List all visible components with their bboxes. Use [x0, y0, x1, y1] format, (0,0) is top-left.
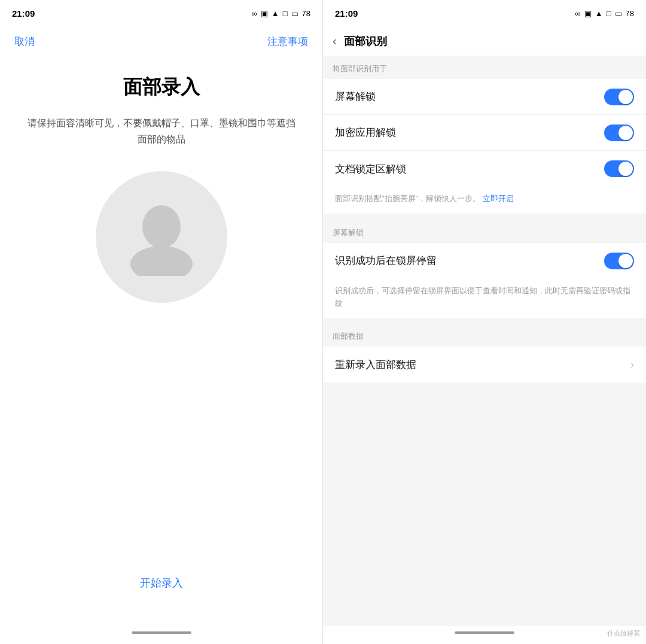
left-content: 面部录入 请保持面容清晰可见，不要佩戴帽子、口罩、墨镜和围巾等遮挡面部的物品 开… — [0, 56, 322, 626]
screen-unlock-toggle-knob — [618, 90, 633, 104]
cancel-button[interactable]: 取消 — [14, 35, 35, 48]
svg-point-1 — [130, 246, 193, 276]
right-page-title: 面部识别 — [344, 34, 387, 48]
section-header-screen-unlock: 屏幕解锁 — [323, 220, 646, 243]
right-status-icons: ∞ ▣ ▲ □ ▭ 78 — [575, 9, 634, 18]
re-enroll-label: 重新录入面部数据 — [335, 358, 416, 372]
hint-text-content: 面部识别搭配"抬腕亮屏"，解锁快人一步。 — [335, 194, 480, 203]
doc-unlock-toggle-knob — [618, 162, 633, 176]
stay-on-lock-toggle-knob — [618, 254, 633, 268]
settings-item-screen-unlock: 屏幕解锁 — [323, 79, 646, 115]
right-status-bar: 21:09 ∞ ▣ ▲ □ ▭ 78 — [323, 0, 646, 26]
settings-item-re-enroll[interactable]: 重新录入面部数据 › — [323, 347, 646, 382]
sim-icon: □ — [283, 9, 288, 18]
settings-item-stay-on-lock: 识别成功后在锁屏停留 — [323, 243, 646, 279]
settings-group-use-for: 屏幕解锁 加密应用解锁 文档锁定区解锁 — [323, 79, 646, 187]
app-unlock-toggle-knob — [618, 126, 633, 140]
settings-item-app-unlock: 加密应用解锁 — [323, 115, 646, 151]
section-header-use-for: 将面部识别用于 — [323, 56, 646, 79]
hint-link[interactable]: 立即开启 — [483, 194, 514, 203]
hint-text-area: 面部识别搭配"抬腕亮屏"，解锁快人一步。 立即开启 — [323, 187, 646, 214]
description-content: 识别成功后，可选择停留在锁屏界面以便于查看时间和通知，此时无需再验证密码或指纹 — [335, 286, 630, 308]
screen-unlock-label: 屏幕解锁 — [335, 90, 376, 104]
right-time: 21:09 — [335, 8, 358, 19]
right-home-indicator — [455, 631, 514, 634]
divider-2 — [323, 318, 646, 324]
start-button[interactable]: 开始录入 — [140, 576, 183, 590]
left-top-bar: 取消 注意事项 — [0, 26, 322, 56]
doc-unlock-toggle[interactable] — [604, 160, 634, 177]
left-bottom-bar — [0, 626, 322, 644]
left-time: 21:09 — [12, 8, 35, 19]
stay-on-lock-label: 识别成功后在锁屏停留 — [335, 254, 437, 268]
right-bottom-bar — [323, 626, 646, 644]
app-unlock-toggle[interactable] — [604, 124, 634, 141]
wifi-icon: ▲ — [272, 9, 279, 18]
right-battery-num: 78 — [626, 9, 634, 18]
svg-point-0 — [142, 205, 181, 248]
watermark: 什么值得买 — [607, 629, 640, 638]
section-header-face-data: 面部数据 — [323, 324, 646, 347]
left-status-bar: 21:09 ∞ ▣ ▲ □ ▭ 78 — [0, 0, 322, 26]
divider-1 — [323, 214, 646, 220]
infinity-icon: ∞ — [252, 9, 257, 18]
face-circle — [96, 171, 227, 303]
stay-on-lock-toggle[interactable] — [604, 253, 634, 269]
r-wifi-icon: ▲ — [595, 9, 603, 18]
back-icon[interactable]: ‹ — [333, 34, 337, 48]
right-panel: 21:09 ∞ ▣ ▲ □ ▭ 78 ‹ 面部识别 将面部识别用于 屏幕解锁 — [323, 0, 646, 644]
r-infinity-icon: ∞ — [575, 9, 581, 18]
left-panel: 21:09 ∞ ▣ ▲ □ ▭ 78 取消 注意事项 面部录入 请保持面容清晰可… — [0, 0, 323, 644]
notice-button[interactable]: 注意事项 — [267, 35, 308, 48]
page-title: 面部录入 — [123, 74, 200, 101]
r-sim-icon: □ — [607, 9, 611, 18]
screen-unlock-toggle[interactable] — [604, 89, 634, 105]
doc-unlock-label: 文档锁定区解锁 — [335, 162, 406, 176]
re-enroll-chevron-icon: › — [630, 359, 634, 371]
home-indicator — [132, 631, 191, 634]
page-subtitle: 请保持面容清晰可见，不要佩戴帽子、口罩、墨镜和围巾等遮挡面部的物品 — [0, 115, 322, 147]
right-top-bar: ‹ 面部识别 — [323, 26, 646, 56]
face-silhouette-icon — [129, 198, 194, 276]
stay-on-lock-description: 识别成功后，可选择停留在锁屏界面以便于查看时间和通知，此时无需再验证密码或指纹 — [323, 279, 646, 318]
settings-item-doc-unlock: 文档锁定区解锁 — [323, 151, 646, 187]
left-battery-num: 78 — [302, 9, 310, 18]
settings-group-screen-unlock: 识别成功后在锁屏停留 — [323, 243, 646, 279]
photo-icon: ▣ — [261, 9, 268, 18]
r-battery-icon: ▭ — [615, 9, 622, 18]
right-content: 将面部识别用于 屏幕解锁 加密应用解锁 文档锁定区解锁 — [323, 56, 646, 626]
battery-icon: ▭ — [291, 9, 298, 18]
left-status-icons: ∞ ▣ ▲ □ ▭ 78 — [252, 9, 310, 18]
r-photo-icon: ▣ — [584, 9, 592, 18]
app-unlock-label: 加密应用解锁 — [335, 126, 396, 139]
settings-group-face-data: 重新录入面部数据 › — [323, 347, 646, 382]
